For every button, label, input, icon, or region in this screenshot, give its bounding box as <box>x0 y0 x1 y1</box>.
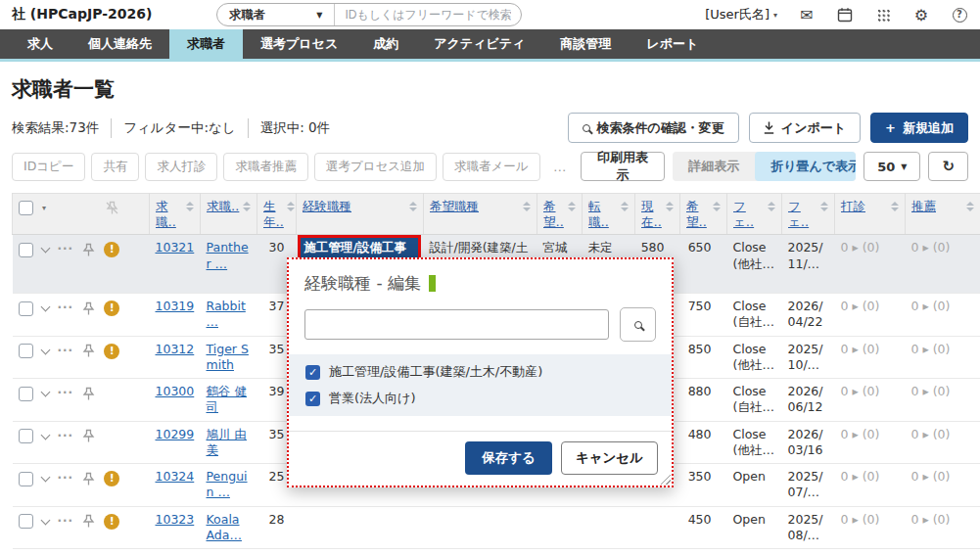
pin-disabled-icon[interactable] <box>106 201 118 215</box>
cancel-button[interactable]: キャンセル <box>561 441 658 475</box>
more-actions-button[interactable]: … <box>546 159 575 174</box>
bulk-action-button[interactable]: 求職者推薦 <box>223 153 308 181</box>
pin-icon[interactable] <box>82 429 95 443</box>
sort-icon[interactable] <box>666 202 674 211</box>
save-button[interactable]: 保存する <box>465 441 552 475</box>
sort-icon[interactable] <box>186 202 194 211</box>
col-header-timing[interactable]: 転職‥ <box>588 199 618 229</box>
sort-icon[interactable] <box>409 202 417 211</box>
sort-icon[interactable] <box>621 202 629 211</box>
col-header-current-salary[interactable]: 現在‥ <box>641 199 663 229</box>
checkbox-checked-icon[interactable]: ✓ <box>305 365 320 380</box>
candidate-id-link[interactable]: 10323 <box>156 512 195 527</box>
global-search-input[interactable] <box>335 8 521 22</box>
chevron-down-icon[interactable] <box>40 473 50 483</box>
nav-tab[interactable]: 求人 <box>10 29 70 59</box>
bulk-action-button[interactable]: 選考プロセス追加 <box>314 153 437 181</box>
candidate-name-link[interactable]: Tiger Smith <box>207 342 249 372</box>
pin-icon[interactable] <box>82 472 95 486</box>
candidate-id-link[interactable]: 10324 <box>156 469 195 484</box>
row-menu-icon[interactable] <box>58 301 74 316</box>
row-menu-icon[interactable] <box>58 242 74 257</box>
sort-icon[interactable] <box>568 202 576 211</box>
row-menu-icon[interactable] <box>58 429 74 444</box>
chevron-down-icon[interactable] <box>40 388 50 397</box>
checkbox-checked-icon[interactable]: ✓ <box>305 392 320 406</box>
col-header-desired-salary[interactable]: 希望‥ <box>686 199 710 229</box>
chevron-down-icon[interactable] <box>40 302 50 312</box>
pin-icon[interactable] <box>82 387 95 401</box>
sort-icon[interactable] <box>966 202 974 211</box>
modal-option[interactable]: ✓営業(法人向け) <box>305 390 655 407</box>
search-conditions-button[interactable]: 検索条件の確認・変更 <box>568 113 739 143</box>
col-header-desired-job[interactable]: 希望職種 <box>430 199 479 214</box>
col-header-phase[interactable]: フェ‥ <box>733 199 765 229</box>
help-icon[interactable]: ? <box>951 6 968 23</box>
sort-icon[interactable] <box>768 202 775 211</box>
col-header-candidate-id[interactable]: 求職‥ <box>156 199 183 229</box>
sort-icon[interactable] <box>523 202 531 211</box>
collapsed-view-button[interactable]: 折り畳んで表示 <box>755 152 856 181</box>
sort-icon[interactable] <box>287 202 295 211</box>
col-header-desired-loc[interactable]: 希望‥ <box>543 199 565 229</box>
col-header-suisen[interactable]: 推薦 <box>911 199 936 214</box>
row-checkbox[interactable] <box>19 429 33 443</box>
chevron-down-icon[interactable] <box>40 345 50 354</box>
row-checkbox[interactable] <box>19 514 33 529</box>
modal-option[interactable]: ✓施工管理/設備工事(建築/土木/不動産) <box>305 363 655 381</box>
chevron-down-icon[interactable] <box>40 430 50 439</box>
candidate-id-link[interactable]: 10321 <box>156 240 195 254</box>
candidate-name-link[interactable]: 鶴谷 健司 <box>207 384 247 414</box>
row-checkbox[interactable] <box>19 243 33 257</box>
candidate-id-link[interactable]: 10299 <box>156 427 195 441</box>
nav-tab[interactable]: アクティビティ <box>416 29 542 59</box>
row-checkbox[interactable] <box>19 472 33 486</box>
caret-down-icon[interactable]: ▾ <box>42 204 46 212</box>
sort-icon[interactable] <box>820 202 828 211</box>
nav-tab[interactable]: 個人連絡先 <box>70 29 169 59</box>
search-scope-dropdown[interactable]: 求職者 ▼ <box>217 4 335 25</box>
col-header-dashin[interactable]: 打診 <box>841 199 865 214</box>
refresh-button[interactable]: ↻ <box>928 152 968 181</box>
candidate-name-link[interactable]: 鳩川 由美 <box>207 427 247 457</box>
bulk-action-button[interactable]: 求職者メール <box>443 153 540 181</box>
nav-tab[interactable]: 商談管理 <box>542 29 629 59</box>
candidate-name-link[interactable]: Penguin … <box>207 469 248 499</box>
row-menu-icon[interactable] <box>58 471 74 486</box>
add-new-button[interactable]: + 新規追加 <box>870 113 968 143</box>
bulk-action-button[interactable]: IDコピー <box>12 153 85 181</box>
candidate-id-link[interactable]: 10319 <box>156 299 195 313</box>
row-checkbox[interactable] <box>19 387 33 401</box>
col-header-phase-date[interactable]: フェ‥ <box>788 199 817 229</box>
row-menu-icon[interactable] <box>58 386 74 401</box>
sort-icon[interactable] <box>243 202 251 211</box>
chevron-down-icon[interactable] <box>40 515 50 525</box>
user-menu[interactable]: [User氏名] ▾ <box>705 6 777 23</box>
col-header-birth[interactable]: 生年‥ <box>263 199 284 229</box>
candidate-id-link[interactable]: 10300 <box>156 384 195 398</box>
settings-gear-icon[interactable]: ⚙ <box>912 6 930 23</box>
col-header-experience[interactable]: 経験職種 <box>303 199 351 214</box>
select-all-checkbox[interactable] <box>19 201 33 215</box>
bulk-action-button[interactable]: 共有 <box>91 153 139 181</box>
candidate-name-link[interactable]: Panther … <box>207 240 249 270</box>
row-checkbox[interactable] <box>19 301 33 316</box>
col-header-candidate-name[interactable]: 求職‥ <box>207 199 239 214</box>
bulk-action-button[interactable]: 求人打診 <box>145 153 217 181</box>
table-row[interactable]: 10322 Falcon … 36 店長/販売スタッフ,その他販… バイヤー/ス… <box>13 549 980 555</box>
candidate-name-link[interactable]: Koala Ada… <box>207 512 242 542</box>
print-view-button[interactable]: 印刷用表示 <box>581 152 665 181</box>
nav-tab[interactable]: 求職者 <box>169 29 243 59</box>
row-menu-icon[interactable] <box>58 514 74 530</box>
import-button[interactable]: インポート <box>749 113 861 143</box>
candidate-id-link[interactable]: 10312 <box>156 342 195 356</box>
pin-icon[interactable] <box>82 301 95 316</box>
mail-icon[interactable]: ✉ <box>798 6 816 23</box>
calendar-icon[interactable] <box>836 6 854 23</box>
pin-icon[interactable] <box>82 344 95 358</box>
modal-search-button[interactable] <box>620 307 656 342</box>
page-size-dropdown[interactable]: 50 ▼ <box>863 152 920 181</box>
candidate-name-link[interactable]: Rabbit … <box>207 299 246 329</box>
sort-icon[interactable] <box>891 202 899 211</box>
pin-icon[interactable] <box>82 514 95 529</box>
